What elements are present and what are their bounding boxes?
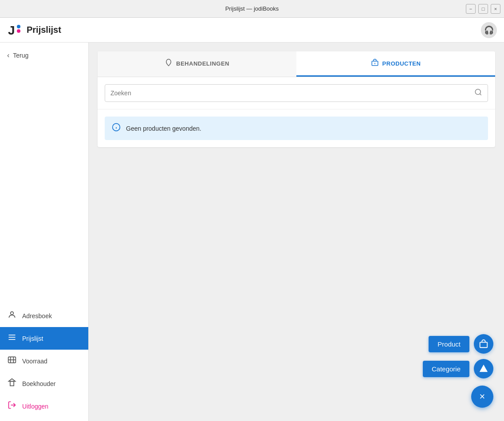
minimize-button[interactable]: − [466,4,476,14]
product-icon-button[interactable] [474,334,493,354]
header-avatar[interactable]: 🎧 [481,22,497,38]
categorie-button[interactable]: Categorie [423,361,469,377]
uitloggen-icon [7,401,17,412]
sidebar-item-prijslijst[interactable]: Prijslijst [0,327,88,350]
fab-row-product: Product [429,334,493,354]
search-input-wrapper [105,84,488,102]
close-button[interactable]: × [491,4,500,14]
svg-marker-21 [480,365,488,372]
sidebar-back-button[interactable]: ‹ Terug [0,46,88,65]
fab-close-button[interactable]: × [471,386,493,408]
svg-point-15 [475,89,480,94]
info-icon [112,123,121,134]
svg-point-1 [17,25,20,28]
search-container [98,77,495,109]
sidebar-item-label: Prijslijst [22,335,43,342]
maximize-button[interactable]: □ [478,4,488,14]
sidebar-item-label: Uitloggen [22,403,48,410]
back-icon: ‹ [7,51,9,59]
voorraad-icon [7,355,17,366]
adresboek-icon [7,310,17,321]
app-logo: J Prijslijst [7,22,61,38]
logo-icon: J [7,22,23,38]
sidebar-item-voorraad[interactable]: Voorraad [0,350,88,372]
fab-area: Product Categorie × [423,334,493,408]
title-bar: Prijslijst — jodiBooks − □ × [0,0,504,18]
tab-producten-label: PRODUCTEN [382,60,421,67]
tab-producten[interactable]: PRODUCTEN [296,51,495,77]
sidebar-item-adresboek[interactable]: Adresboek [0,304,88,327]
sidebar-item-label: Adresboek [22,312,52,320]
sidebar-item-label: Voorraad [22,358,47,365]
svg-text:J: J [8,23,15,37]
main-content: BEHANDELINGEN PRODUCTEN [89,43,504,421]
avatar-icon: 🎧 [484,25,494,35]
svg-line-16 [480,94,481,95]
sidebar-item-uitloggen[interactable]: Uitloggen [0,395,88,417]
sidebar-item-label: Boekhouder [22,380,56,387]
app-header: J Prijslijst 🎧 [0,18,504,43]
sidebar-top: ‹ Terug [0,43,88,65]
search-input[interactable] [110,90,474,97]
tabs-panel: BEHANDELINGEN PRODUCTEN [98,51,495,147]
product-button[interactable]: Product [429,336,469,352]
producten-icon [371,58,379,68]
app-window: J Prijslijst 🎧 ‹ Terug [0,18,504,421]
close-icon: × [480,392,485,402]
behandelingen-icon [165,58,173,68]
svg-rect-11 [10,382,14,386]
boekhouder-icon [7,378,17,389]
tabs-header: BEHANDELINGEN PRODUCTEN [98,51,495,77]
info-message: Geen producten gevonden. [105,117,488,140]
svg-point-3 [11,312,14,315]
svg-point-2 [17,29,20,33]
app-title: Prijslijst [27,25,61,35]
sidebar: ‹ Terug Adresboek Prijslijst [0,43,89,421]
search-icon [474,88,482,98]
categorie-icon-button[interactable] [474,359,493,378]
sidebar-item-boekhouder[interactable]: Boekhouder [0,372,88,395]
sidebar-bottom: Adresboek Prijslijst Voorraad [0,304,88,421]
info-message-text: Geen producten gevonden. [126,125,201,132]
window-controls: − □ × [466,4,500,14]
fab-row-close: × [471,384,493,408]
sidebar-back-label: Terug [13,52,28,59]
svg-rect-20 [480,342,488,347]
tab-behandelingen-label: BEHANDELINGEN [176,60,229,67]
tab-behandelingen[interactable]: BEHANDELINGEN [98,51,296,77]
prijslijst-icon [7,333,17,344]
fab-row-categorie: Categorie [423,359,493,378]
app-body: ‹ Terug Adresboek Prijslijst [0,43,504,421]
window-title: Prijslijst — jodiBooks [225,5,279,12]
